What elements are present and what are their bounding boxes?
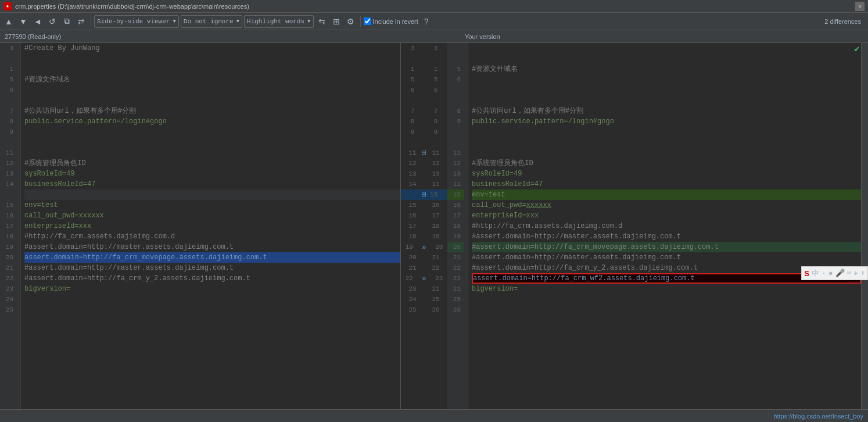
center-row-9: 99	[401, 127, 447, 137]
right-ln-19: 19	[447, 231, 464, 242]
right-ln-11: 11	[447, 148, 464, 158]
right-code-line-17: enterpriseId=xxx	[472, 210, 861, 221]
left-code-line-20[interactable]: assert.domain=http://fa_crm_movepage.ass…	[24, 252, 400, 263]
left-code-line-15: env=test	[24, 200, 400, 210]
ignore-dropdown-arrow: ▼	[236, 19, 239, 24]
copy-all-button[interactable]: ⧉	[60, 15, 73, 28]
center-row-26: 2526	[401, 305, 447, 315]
left-code-line-5	[24, 85, 400, 95]
right-code-line-24: bigversion=	[472, 284, 861, 294]
left-ln-3: 3	[0, 43, 17, 53]
right-ln-20: 20	[447, 242, 464, 252]
left-ln-20: 20	[0, 252, 17, 263]
center-row-23: 22 » 23	[401, 273, 447, 284]
left-empty-ln	[0, 189, 17, 200]
left-code-area: #Create By JunWang #资源文件域名 #公共访问url，如果有多…	[21, 43, 400, 409]
center-row-8: 88	[401, 116, 447, 127]
left-code-line-2	[24, 53, 400, 64]
settings-button[interactable]: ⚙	[345, 15, 357, 28]
right-scrollbar[interactable]	[861, 43, 868, 409]
left-code-line-6	[24, 95, 400, 106]
highlight-dropdown[interactable]: Highlight words ▼	[244, 15, 313, 28]
center-row-4: 55	[401, 74, 447, 85]
ime-icon-mic[interactable]: 🎤	[835, 269, 845, 278]
ime-icon-plane[interactable]: ✈	[853, 269, 858, 278]
center-row-19: 1819	[401, 231, 447, 242]
bottom-bar: https://blog.csdn.net/Insect_boy	[0, 409, 868, 422]
right-code-line-19: #assert.domain=http://master.assets.daji…	[472, 231, 861, 242]
left-ln-17: 17	[0, 221, 17, 231]
left-code-line-12: #系统管理员角色ID	[24, 158, 400, 169]
center-row-17: 1617	[401, 210, 447, 221]
right-ln-empty-2	[447, 53, 464, 64]
left-ln-16: 16	[0, 210, 17, 221]
right-ln-16: 16	[447, 200, 464, 210]
right-code-line-1	[472, 43, 861, 53]
center-row-22: 2122	[401, 263, 447, 273]
include-in-revert-label[interactable]: Include in revert	[364, 17, 418, 25]
ime-icon-down[interactable]: ⬇	[860, 269, 865, 278]
center-row-5: 66	[401, 85, 447, 95]
left-ln-9: 9	[0, 127, 17, 137]
left-ln-19: 19	[0, 242, 17, 252]
left-code-line-empty	[24, 189, 400, 200]
ime-toolbar: S 中 · ● 🎤 ⌨ ✈ ⬇	[801, 266, 868, 280]
title-bar: ● crm.properties (D:\java\trunk\crm\dubb…	[0, 0, 868, 13]
left-code-line-19: #assert.domain=http://master.assets.daji…	[24, 242, 400, 252]
ime-icon-dot[interactable]: ·	[822, 269, 826, 278]
left-code-line-18: #http://fa_crm.assets.dajieimg.com.d	[24, 231, 400, 242]
right-ln-8: 8	[447, 106, 464, 116]
right-code-line-11	[472, 148, 861, 158]
left-code-line-24	[24, 294, 400, 305]
right-code-line-15: env=test	[472, 189, 861, 200]
navigate-up-button[interactable]: ▲	[2, 15, 15, 28]
viewer-dropdown[interactable]: Side-by-side viewer ▼	[94, 15, 179, 28]
ime-icon-keyboard[interactable]: ⌨	[847, 269, 852, 278]
close-button[interactable]: ✕	[855, 2, 865, 11]
left-code-line-23: bigversion=	[24, 284, 400, 294]
left-code-line-13: sysRoleId=49	[24, 169, 400, 179]
right-code-line-16: call_out_pwd=xxxxxx	[472, 200, 861, 210]
right-ln-empty-5	[447, 127, 464, 137]
center-row-24: 2321	[401, 284, 447, 294]
center-row-25: 2425	[401, 294, 447, 305]
line-info: 277590 (Read-only)	[5, 33, 61, 40]
navigate-down-button[interactable]: ▼	[17, 15, 30, 28]
center-row-20: 19 » 20	[401, 242, 447, 252]
navigate-left-button[interactable]: ◄	[31, 15, 44, 28]
left-ln-7: 7	[0, 106, 17, 116]
right-panel: 5 6 8 9 11 12 13 11 15 16 17 18 19 20 21…	[447, 43, 868, 409]
left-ln-24: 24	[0, 294, 17, 305]
revert-button[interactable]: ↺	[46, 15, 59, 28]
toggle-button[interactable]: ⇄	[75, 15, 88, 28]
ignore-dropdown[interactable]: Do not ignore ▼	[181, 15, 242, 28]
include-in-revert-checkbox[interactable]	[364, 17, 371, 25]
left-code-line-9	[24, 127, 400, 137]
left-code-line-16: call_out_pwd=xxxxxx	[24, 210, 400, 221]
ime-icon-zh[interactable]: 中	[812, 268, 819, 278]
status-bar: 277590 (Read-only) Your version	[0, 30, 868, 43]
left-code-line-8: public.service.pattern=/login#gogo	[24, 116, 400, 127]
right-ln-25: 25	[447, 294, 464, 305]
grid-button[interactable]: ⊞	[330, 15, 343, 28]
left-ln-5: 5	[0, 74, 17, 85]
separator-1	[91, 16, 91, 27]
ime-icon-s[interactable]: S	[804, 269, 809, 278]
help-button[interactable]: ?	[420, 15, 433, 28]
center-row-16: 1516	[401, 200, 447, 210]
bottom-link[interactable]: https://blog.csdn.net/Insect_boy	[773, 413, 863, 420]
left-code-line-3	[24, 64, 400, 74]
right-code-line-13: sysRoleId=49	[472, 169, 861, 179]
right-code-line-3: #资源文件域名	[472, 64, 861, 74]
viewer-label: Side-by-side viewer	[97, 18, 170, 25]
ignore-label: Do not ignore	[184, 18, 234, 25]
ime-icon-circle[interactable]: ●	[828, 269, 833, 278]
toolbar: ▲ ▼ ◄ ↺ ⧉ ⇄ Side-by-side viewer ▼ Do not…	[0, 13, 868, 30]
right-ln-9: 9	[447, 116, 464, 127]
left-code-line-7: #公共访问url，如果有多个用#分割	[24, 106, 400, 116]
center-row-12: 1212	[401, 158, 447, 169]
center-row-18: 1718	[401, 221, 447, 231]
right-ln-r11: 11	[447, 179, 464, 189]
sync-button[interactable]: ⇆	[315, 15, 328, 28]
arrow-right-2: »	[422, 274, 426, 283]
